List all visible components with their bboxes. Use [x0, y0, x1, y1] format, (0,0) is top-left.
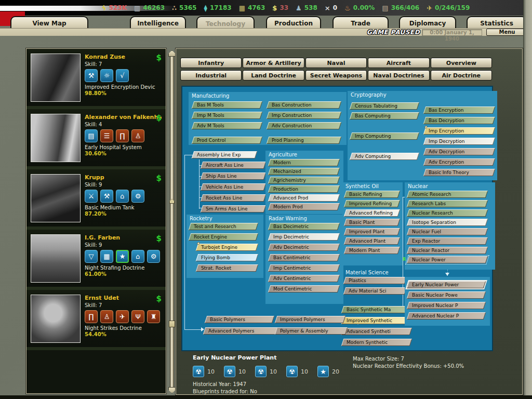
- tech-adv-decryption[interactable]: Adv Decryption: [423, 148, 496, 155]
- tech-improved-nuclear-p[interactable]: Improved Nuclear P: [407, 302, 486, 309]
- researcher-card[interactable]: I.G. FarbenSkill: 9▽▦★⌂⚙Night Strafing D…: [26, 230, 166, 290]
- tech-polymer-assembly[interactable]: Polymer & Assembly: [275, 327, 348, 335]
- tech-test-and-research[interactable]: Test and Research: [189, 223, 259, 230]
- tech-improved-plant[interactable]: Improved Plant: [344, 228, 401, 235]
- tech-imp-construction[interactable]: Imp Construction: [267, 112, 342, 119]
- tech-imp-decryption[interactable]: Imp Decryption: [423, 138, 496, 145]
- tech-bas-centimetric[interactable]: Bas Centimetric: [268, 254, 340, 261]
- tech-bas-computing[interactable]: Bas Computing: [350, 112, 420, 119]
- menu-button[interactable]: Menu: [486, 29, 528, 36]
- tech-adv-encryption[interactable]: Adv Encryption: [423, 158, 496, 166]
- tech-bas-decimetric[interactable]: Bas Decimetric: [268, 223, 340, 230]
- tech-imp-computing[interactable]: Imp Computing: [350, 132, 420, 140]
- tech-modern-prod[interactable]: Modern Prod: [268, 203, 340, 210]
- category-armor-artillery[interactable]: Armor & Artillery: [243, 58, 304, 68]
- tech-modern[interactable]: Modern: [268, 159, 340, 166]
- tech-nuclear-reactor[interactable]: Nuclear Reactor: [407, 247, 488, 254]
- tech-census-tabulating[interactable]: Census Tabulating: [350, 102, 420, 110]
- tech-bas-construction[interactable]: Bas Construction: [267, 101, 342, 109]
- tech-modern-synthetic[interactable]: Modern Synthetic: [341, 339, 413, 346]
- funding-icon[interactable]: $: [156, 53, 162, 62]
- tech-advanced-syntheti[interactable]: Advanced Syntheti: [341, 328, 413, 335]
- tech-basic-refining[interactable]: Basic Refining: [344, 191, 401, 198]
- researcher-card[interactable]: Alexander von FalkenhaSkill: 4▤☰∏♙Early …: [26, 109, 166, 169]
- tech-improved-refining[interactable]: Improved Refining: [344, 200, 401, 207]
- tech-imp-centimetric[interactable]: Imp Centimetric: [268, 264, 340, 272]
- tech-atomic-research[interactable]: Atomic Research: [407, 191, 488, 198]
- tech-turbojet-engine[interactable]: Turbojet Engine: [196, 244, 259, 251]
- funding-icon[interactable]: $: [156, 294, 162, 303]
- category-naval[interactable]: Naval: [305, 58, 367, 68]
- category-aircraft[interactable]: Aircraft: [368, 58, 429, 68]
- tech-basic-plant[interactable]: Basic Plant: [344, 219, 401, 226]
- tech-plastics[interactable]: Plastics: [343, 277, 407, 284]
- tech-nuclear-research[interactable]: Nuclear Research: [407, 209, 488, 217]
- tech-basic-nuclear-powe[interactable]: Basic Nuclear Powe: [407, 291, 486, 299]
- tech-nuclear-power[interactable]: RNuclear Power: [407, 256, 488, 263]
- category-naval-doctrines[interactable]: Naval Doctrines: [368, 70, 429, 81]
- tech-bas-encryption[interactable]: Bas Encryption: [423, 107, 496, 114]
- tech-advanced-prod[interactable]: Advanced Prod: [268, 194, 340, 202]
- category-overview[interactable]: Overview: [431, 58, 492, 68]
- tech-advanced-refining[interactable]: Advanced Refining: [344, 209, 401, 217]
- funding-icon[interactable]: $: [156, 113, 162, 123]
- tech-imp-encryption[interactable]: Imp Encryption: [423, 127, 496, 135]
- tech-isotope-separation[interactable]: Isotope Separation: [407, 219, 488, 226]
- tech-prod-planning[interactable]: Prod Planning: [267, 137, 342, 144]
- scrollbar-track[interactable]: [170, 56, 174, 388]
- tech-imp-m-tools[interactable]: Imp M Tools: [192, 112, 263, 119]
- tech-agrichemistry[interactable]: Agrichemistry: [268, 177, 340, 184]
- tech-mod-centimetric[interactable]: Mod Centimetric: [268, 285, 340, 292]
- research-cost: ☢10: [286, 366, 308, 377]
- tech-exp-reactor[interactable]: Exp Reactor: [407, 237, 488, 245]
- tech-adv-m-tools[interactable]: Adv M Tools: [192, 122, 263, 129]
- tech-production[interactable]: Production: [268, 185, 340, 193]
- researcher-card[interactable]: KruppSkill: 9⚔⚒⌂⚙Basic Medium Tank87.20%…: [26, 169, 166, 230]
- tech-advanced-nuclear-p[interactable]: Advanced Nuclear P: [407, 312, 486, 320]
- tech-adv-centimetric[interactable]: Adv Centimetric: [268, 275, 340, 282]
- tech-strat-rocket[interactable]: Strat. Rocket: [196, 264, 259, 272]
- scrollbar-thumb[interactable]: [169, 321, 175, 327]
- tech-label: Modern Prod: [270, 204, 338, 210]
- tech-rocket-ass-line[interactable]: Rocket Ass Line: [201, 194, 267, 202]
- tech-improved-synthetic[interactable]: Improved Synthetic: [341, 317, 413, 324]
- tech-mechanized[interactable]: Mechanized: [268, 168, 340, 175]
- tech-adv-decimetric[interactable]: Adv Decimetric: [268, 244, 340, 251]
- tech-early-nuclear-power[interactable]: Early Nuclear Power: [407, 281, 486, 288]
- tech-research-labs[interactable]: Research Labs: [407, 200, 488, 207]
- category-infantry[interactable]: Infantry: [180, 58, 242, 68]
- researcher-card[interactable]: Konrad ZuseSkill: 7⚒☼√Improved Encryptio…: [26, 49, 166, 109]
- tech-ship-ass-line[interactable]: Ship Ass Line: [201, 172, 267, 180]
- tech-sm-arms-ass-line[interactable]: Sm Arms Ass Line: [201, 205, 267, 212]
- tech-nuclear-fuel[interactable]: Nuclear Fuel: [407, 228, 488, 235]
- tech-imp-decimetric[interactable]: Imp Decimetric: [268, 233, 340, 241]
- category-air-doctrine[interactable]: Air Doctrine: [431, 70, 492, 81]
- funding-icon[interactable]: $: [156, 234, 162, 243]
- tech-adv-material-sci[interactable]: Adv Material Sci: [343, 287, 407, 295]
- scroll-down-icon[interactable]: [168, 387, 176, 393]
- tech-adv-construction[interactable]: Adv Construction: [267, 122, 342, 129]
- tech-improved-polymers[interactable]: Improved Polymers: [275, 316, 346, 323]
- category-industrial[interactable]: Industrial: [180, 70, 242, 81]
- tech-bas-decryption[interactable]: Bas Decryption: [423, 117, 496, 124]
- researcher-card[interactable]: Ernst UdetSkill: 7∏♙✈Ψ♜Night Strikes Doc…: [26, 290, 166, 350]
- tech-basic-polymers[interactable]: Basic Polymers: [205, 316, 275, 323]
- funding-icon[interactable]: $: [156, 174, 162, 183]
- category-secret-weapons[interactable]: Secret Weapons: [305, 70, 367, 81]
- tech-adv-computing[interactable]: Adv Computing: [350, 153, 420, 160]
- tech-advanced-polymers[interactable]: Advanced Polymers: [203, 327, 278, 335]
- tech-modern-plant[interactable]: Modern Plant: [344, 247, 401, 254]
- category-land-doctrine[interactable]: Land Doctrine: [243, 70, 304, 81]
- tech-rocket-engine[interactable]: Rocket Engine: [189, 233, 259, 241]
- tech-aircraft-ass-line[interactable]: Aircraft Ass Line: [201, 162, 267, 169]
- tech-prod-control[interactable]: Prod Control: [192, 137, 263, 144]
- transports-icon: ×: [325, 5, 330, 11]
- scroll-up-icon[interactable]: [168, 50, 176, 57]
- tech-vehicle-ass-line[interactable]: Vehicle Ass Line: [201, 183, 267, 191]
- tech-basic-info-theory[interactable]: Basic Info Theory: [423, 169, 496, 176]
- tech-flying-bomb[interactable]: Flying Bomb: [196, 254, 259, 261]
- tech-basic-synthetic-ma[interactable]: Basic Synthetic Ma: [341, 306, 413, 313]
- tech-bas-m-tools[interactable]: Bas M Tools: [192, 101, 263, 109]
- tech-advanced-plant[interactable]: Advanced Plant: [344, 237, 401, 245]
- tech-assembly-line-exp[interactable]: Assembly Line Exp: [192, 151, 258, 158]
